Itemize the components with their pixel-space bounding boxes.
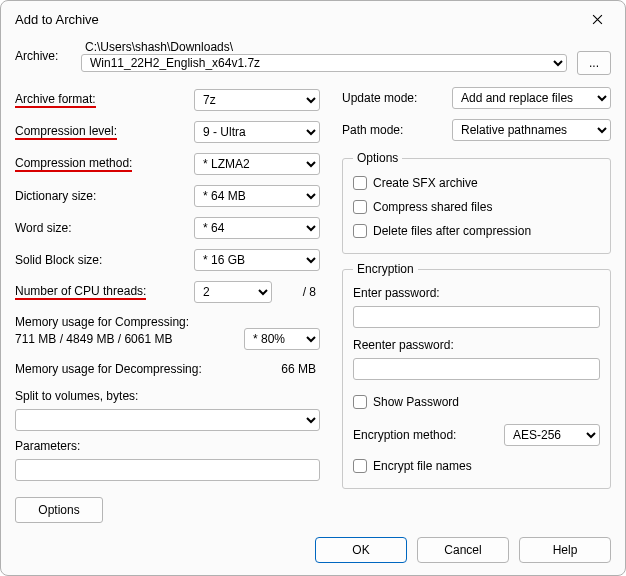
close-button[interactable]: [575, 4, 619, 34]
compression-level-select[interactable]: 9 - Ultra: [194, 121, 320, 143]
enter-password-input[interactable]: [353, 306, 600, 328]
compression-method-label: Compression method:: [15, 156, 132, 172]
titlebar: Add to Archive: [1, 1, 625, 37]
word-size-label: Word size:: [15, 221, 194, 235]
parameters-input[interactable]: [15, 459, 320, 481]
path-mode-label: Path mode:: [342, 123, 452, 137]
encryption-method-select[interactable]: AES-256: [504, 424, 600, 446]
encrypt-filenames-label: Encrypt file names: [373, 459, 472, 473]
reenter-password-label: Reenter password:: [353, 338, 600, 356]
dictionary-size-select[interactable]: * 64 MB: [194, 185, 320, 207]
left-column: Archive format: 7z Compression level: 9 …: [15, 85, 320, 527]
footer: OK Cancel Help: [1, 537, 625, 575]
show-password-checkbox[interactable]: [353, 395, 367, 409]
mem-decompress-label: Memory usage for Decompressing:: [15, 362, 240, 376]
mem-compress-value: 711 MB / 4849 MB / 6061 MB: [15, 332, 244, 346]
cpu-threads-total: / 8: [272, 285, 320, 299]
update-mode-label: Update mode:: [342, 91, 452, 105]
delete-after-label: Delete files after compression: [373, 224, 531, 238]
right-column: Update mode: Add and replace files Path …: [342, 85, 611, 527]
archive-filename-select[interactable]: Win11_22H2_English_x64v1.7z: [81, 54, 567, 72]
show-password-label: Show Password: [373, 395, 459, 409]
dialog-window: Add to Archive Archive: C:\Users\shash\D…: [0, 0, 626, 576]
reenter-password-input[interactable]: [353, 358, 600, 380]
compression-level-label: Compression level:: [15, 124, 117, 140]
help-button[interactable]: Help: [519, 537, 611, 563]
split-volumes-select[interactable]: [15, 409, 320, 431]
options-fieldset: Options Create SFX archive Compress shar…: [342, 151, 611, 254]
options-button-label: Options: [38, 503, 79, 517]
mem-decompress-value: 66 MB: [240, 362, 320, 376]
cpu-threads-label: Number of CPU threads:: [15, 284, 146, 300]
cpu-threads-select[interactable]: 2: [194, 281, 272, 303]
archive-format-select[interactable]: 7z: [194, 89, 320, 111]
archive-label: Archive:: [15, 49, 71, 63]
encrypt-filenames-checkbox[interactable]: [353, 459, 367, 473]
solid-block-size-select[interactable]: * 16 GB: [194, 249, 320, 271]
sfx-checkbox[interactable]: [353, 176, 367, 190]
solid-block-size-label: Solid Block size:: [15, 253, 194, 267]
mem-percent-select[interactable]: * 80%: [244, 328, 320, 350]
compress-shared-label: Compress shared files: [373, 200, 492, 214]
delete-after-checkbox[interactable]: [353, 224, 367, 238]
encryption-fieldset: Encryption Enter password: Reenter passw…: [342, 262, 611, 489]
options-legend: Options: [353, 151, 402, 165]
path-mode-select[interactable]: Relative pathnames: [452, 119, 611, 141]
update-mode-select[interactable]: Add and replace files: [452, 87, 611, 109]
compression-method-select[interactable]: * LZMA2: [194, 153, 320, 175]
word-size-select[interactable]: * 64: [194, 217, 320, 239]
cancel-button[interactable]: Cancel: [417, 537, 509, 563]
mem-compress-label: Memory usage for Compressing:: [15, 309, 320, 327]
parameters-label: Parameters:: [15, 439, 320, 457]
dictionary-size-label: Dictionary size:: [15, 189, 194, 203]
close-icon: [592, 14, 603, 25]
encryption-legend: Encryption: [353, 262, 418, 276]
compress-shared-checkbox[interactable]: [353, 200, 367, 214]
archive-path: C:\Users\shash\Downloads\: [81, 40, 567, 54]
archive-format-label: Archive format:: [15, 92, 96, 108]
browse-button[interactable]: ...: [577, 51, 611, 75]
sfx-label: Create SFX archive: [373, 176, 478, 190]
options-button[interactable]: Options: [15, 497, 103, 523]
ok-button[interactable]: OK: [315, 537, 407, 563]
browse-label: ...: [589, 56, 599, 70]
enter-password-label: Enter password:: [353, 286, 600, 304]
encryption-method-label: Encryption method:: [353, 428, 496, 442]
window-title: Add to Archive: [15, 12, 575, 27]
split-volumes-label: Split to volumes, bytes:: [15, 389, 320, 407]
